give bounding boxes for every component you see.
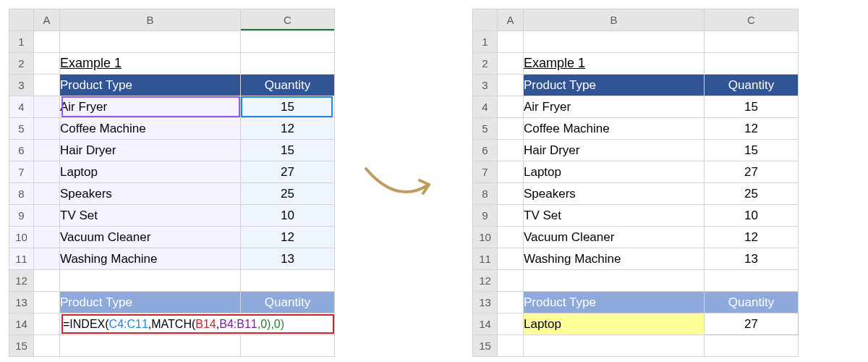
row-header-12[interactable]: 12	[9, 270, 34, 292]
cell-A5[interactable]	[34, 118, 60, 140]
cell-A11[interactable]	[34, 248, 60, 270]
cell-C4-r[interactable]: 15	[705, 96, 799, 118]
row-header-3[interactable]: 3	[9, 75, 34, 96]
cell-A2[interactable]	[34, 53, 60, 75]
cell-B1-r[interactable]	[524, 31, 705, 53]
col-header-B[interactable]: B	[60, 9, 241, 31]
cell-A14-r[interactable]	[498, 313, 524, 335]
cell-B5-r[interactable]: Coffee Machine	[524, 118, 705, 140]
cell-A2-r[interactable]	[498, 53, 524, 75]
cell-B7[interactable]: Laptop	[60, 161, 241, 183]
cell-C12-r[interactable]	[705, 270, 799, 292]
cell-A12-r[interactable]	[498, 270, 524, 292]
cell-B10-r[interactable]: Vacuum Cleaner	[524, 227, 705, 248]
row-header-10[interactable]: 10	[9, 227, 34, 248]
col-header-B-r[interactable]: B	[524, 9, 705, 31]
cell-C9-r[interactable]: 10	[705, 205, 799, 227]
cell-A3-r[interactable]	[498, 75, 524, 96]
row-header-15[interactable]: 15	[9, 335, 34, 357]
cell-C9[interactable]: 10	[241, 205, 335, 227]
cell-A12[interactable]	[34, 270, 60, 292]
cell-B1[interactable]	[60, 31, 241, 53]
cell-A7-r[interactable]	[498, 161, 524, 183]
row-header-4[interactable]: 4	[9, 96, 34, 118]
sub-header-product-r[interactable]: Product Type	[524, 292, 705, 313]
cell-A13[interactable]	[34, 292, 60, 313]
formula-cell[interactable]: =INDEX(C4:C11,MATCH(B14,B4:B11,0),0)	[60, 313, 335, 335]
cell-C1[interactable]	[241, 31, 335, 53]
cell-A4[interactable]	[34, 96, 60, 118]
cell-C8-r[interactable]: 25	[705, 183, 799, 205]
cell-B15[interactable]	[60, 335, 241, 357]
cell-B12[interactable]	[60, 270, 241, 292]
cell-C11[interactable]: 13	[241, 248, 335, 270]
cell-C4[interactable]: 15	[241, 96, 335, 118]
row-header-6[interactable]: 6	[9, 140, 34, 161]
row-header-9-r[interactable]: 9	[473, 205, 498, 227]
cell-A9-r[interactable]	[498, 205, 524, 227]
result-product[interactable]: Laptop	[524, 313, 705, 335]
cell-B8-r[interactable]: Speakers	[524, 183, 705, 205]
left-spreadsheet[interactable]: A B C 1 2Example 1 3Product TypeQuantity…	[9, 9, 335, 357]
cell-B8[interactable]: Speakers	[60, 183, 241, 205]
cell-C5-r[interactable]: 12	[705, 118, 799, 140]
cell-A10-r[interactable]	[498, 227, 524, 248]
sub-header-qty[interactable]: Quantity	[241, 292, 335, 313]
cell-A11-r[interactable]	[498, 248, 524, 270]
cell-C15[interactable]	[241, 335, 335, 357]
row-header-11-r[interactable]: 11	[473, 248, 498, 270]
row-header-5-r[interactable]: 5	[473, 118, 498, 140]
cell-C12[interactable]	[241, 270, 335, 292]
cell-A4-r[interactable]	[498, 96, 524, 118]
cell-B11-r[interactable]: Washing Machine	[524, 248, 705, 270]
example-title[interactable]: Example 1	[60, 53, 241, 75]
cell-A5-r[interactable]	[498, 118, 524, 140]
row-header-2-r[interactable]: 2	[473, 53, 498, 75]
row-header-6-r[interactable]: 6	[473, 140, 498, 161]
row-header-9[interactable]: 9	[9, 205, 34, 227]
row-header-12-r[interactable]: 12	[473, 270, 498, 292]
corner-cell[interactable]	[9, 9, 34, 31]
row-header-8[interactable]: 8	[9, 183, 34, 205]
cell-B10[interactable]: Vacuum Cleaner	[60, 227, 241, 248]
col-header-A[interactable]: A	[34, 9, 60, 31]
cell-B15-r[interactable]	[524, 335, 705, 357]
cell-B9-r[interactable]: TV Set	[524, 205, 705, 227]
cell-A1-r[interactable]	[498, 31, 524, 53]
cell-B12-r[interactable]	[524, 270, 705, 292]
cell-B6[interactable]: Hair Dryer	[60, 140, 241, 161]
cell-C1-r[interactable]	[705, 31, 799, 53]
header-product[interactable]: Product Type	[60, 75, 241, 96]
cell-C8[interactable]: 25	[241, 183, 335, 205]
row-header-8-r[interactable]: 8	[473, 183, 498, 205]
col-header-C-r[interactable]: C	[705, 9, 799, 31]
cell-B11[interactable]: Washing Machine	[60, 248, 241, 270]
cell-B6-r[interactable]: Hair Dryer	[524, 140, 705, 161]
cell-C2-r[interactable]	[705, 53, 799, 75]
header-qty[interactable]: Quantity	[241, 75, 335, 96]
sub-header-product[interactable]: Product Type	[60, 292, 241, 313]
cell-C7-r[interactable]: 27	[705, 161, 799, 183]
row-header-14-r[interactable]: 14	[473, 313, 498, 335]
cell-C6[interactable]: 15	[241, 140, 335, 161]
row-header-11[interactable]: 11	[9, 248, 34, 270]
row-header-4-r[interactable]: 4	[473, 96, 498, 118]
cell-C15-r[interactable]	[705, 335, 799, 357]
row-header-1-r[interactable]: 1	[473, 31, 498, 53]
cell-C11-r[interactable]: 13	[705, 248, 799, 270]
cell-C10[interactable]: 12	[241, 227, 335, 248]
cell-A15-r[interactable]	[498, 335, 524, 357]
cell-A8[interactable]	[34, 183, 60, 205]
cell-A7[interactable]	[34, 161, 60, 183]
cell-A8-r[interactable]	[498, 183, 524, 205]
row-header-7[interactable]: 7	[9, 161, 34, 183]
cell-B5[interactable]: Coffee Machine	[60, 118, 241, 140]
cell-B9[interactable]: TV Set	[60, 205, 241, 227]
example-title-r[interactable]: Example 1	[524, 53, 705, 75]
cell-C2[interactable]	[241, 53, 335, 75]
row-header-13[interactable]: 13	[9, 292, 34, 313]
sub-header-qty-r[interactable]: Quantity	[705, 292, 799, 313]
cell-A6-r[interactable]	[498, 140, 524, 161]
cell-B7-r[interactable]: Laptop	[524, 161, 705, 183]
cell-A14[interactable]	[34, 313, 60, 335]
